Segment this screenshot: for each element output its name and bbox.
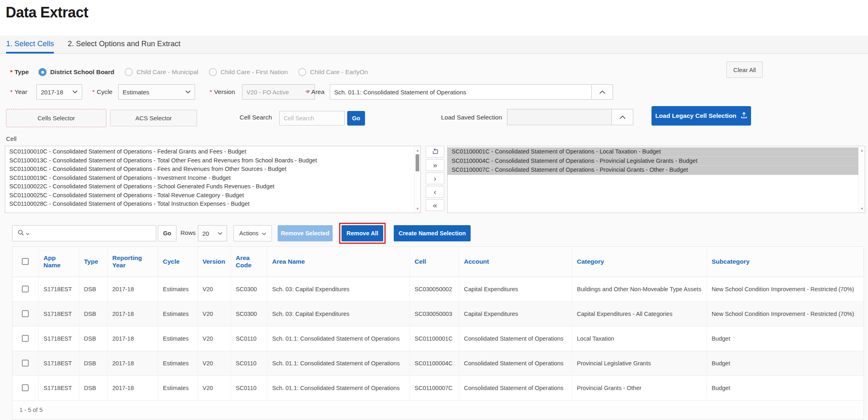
column-header-version[interactable]: Version xyxy=(197,247,231,277)
table-row: S1718EST DSB 2017-18 Estimates V20 SC030… xyxy=(13,277,864,301)
column-header-app-name[interactable]: App Name xyxy=(38,247,79,277)
shuttle-controls: » › ‹ « xyxy=(426,146,444,211)
column-header-account[interactable]: Account xyxy=(459,247,572,277)
radio-icon xyxy=(125,68,133,76)
actions-menu-button[interactable]: Actions xyxy=(233,225,272,241)
report-go-button[interactable]: Go xyxy=(158,225,176,241)
radio-district-school-board[interactable]: District School Board xyxy=(38,68,114,76)
load-saved-selection-label: Load Saved Selection xyxy=(441,114,502,121)
radio-child-care-municipal[interactable]: Child Care - Municipal xyxy=(125,68,198,76)
row-checkbox[interactable] xyxy=(22,286,29,292)
acs-selector-button[interactable]: ACS Selector xyxy=(110,110,197,126)
page-title: Data Extract xyxy=(6,4,88,21)
chevron-down-icon xyxy=(262,230,266,237)
tab-select-options-run-extract[interactable]: 2. Select Options and Run Extract xyxy=(68,36,180,53)
available-cells-listbox[interactable]: SC01100010C - Consolidated Statement of … xyxy=(5,146,421,213)
create-named-selection-button[interactable]: Create Named Selection xyxy=(394,225,471,241)
column-header-cell[interactable]: Cell xyxy=(410,247,459,277)
radio-child-care-first-nation[interactable]: Child Care - First Nation xyxy=(209,68,288,76)
select-all-checkbox[interactable] xyxy=(22,258,29,265)
load-legacy-cell-selection-button[interactable]: Load Legacy Cell Selection xyxy=(652,106,751,126)
remove-all-button[interactable]: Remove All xyxy=(342,225,383,241)
cycle-select[interactable]: Estimates xyxy=(118,84,195,100)
scroll-up-icon[interactable]: ▲ xyxy=(414,147,421,154)
column-header-reporting-year[interactable]: Reporting Year xyxy=(107,247,158,277)
clear-all-button[interactable]: Clear All xyxy=(726,62,763,78)
rows-select[interactable]: 20 xyxy=(198,225,227,241)
list-item[interactable]: SC01100025C - Consolidated Statement of … xyxy=(5,191,414,200)
move-left-icon[interactable]: ‹ xyxy=(426,186,444,198)
version-select[interactable]: V20 - FO Active xyxy=(242,84,315,100)
list-item[interactable]: SC01100022C - Consolidated Statement of … xyxy=(5,182,414,191)
results-table: App Name Type Reporting Year Cycle Versi… xyxy=(12,246,864,420)
pagination: 1 - 5 of 5 xyxy=(13,401,864,419)
row-checkbox[interactable] xyxy=(22,384,29,391)
search-icon xyxy=(18,230,24,237)
column-header-category[interactable]: Category xyxy=(572,247,707,277)
radio-icon xyxy=(298,68,306,76)
area-combobox[interactable]: Sch. 01.1: Consolidated Statement of Ope… xyxy=(330,84,613,100)
year-select[interactable]: 2017-18 xyxy=(36,84,82,100)
column-header-subcategory[interactable]: Subcategory xyxy=(707,247,864,277)
radio-child-care-earlyon[interactable]: Child Care - EarlyOn xyxy=(298,68,368,76)
rows-label: Rows xyxy=(180,229,196,236)
remove-selected-button[interactable]: Remove Selected xyxy=(278,225,333,241)
scroll-down-icon[interactable]: ▼ xyxy=(859,205,865,212)
list-item[interactable]: SC01100028C - Consolidated Statement of … xyxy=(5,200,414,209)
list-item-selected[interactable]: SC01100007C - Consolidated Statement of … xyxy=(448,166,858,175)
chevron-down-icon xyxy=(26,230,30,237)
chevron-up-icon[interactable] xyxy=(591,84,613,100)
list-item[interactable]: SC01100010C - Consolidated Statement of … xyxy=(5,147,414,156)
cells-selector-button[interactable]: Cells Selector xyxy=(6,109,106,127)
cell-search-go-button[interactable]: Go xyxy=(347,111,365,126)
upload-icon xyxy=(741,112,747,120)
type-radio-group: * Type District School Board Child Care … xyxy=(10,65,368,79)
cell-search-input[interactable] xyxy=(279,111,345,126)
area-label: * Area xyxy=(307,88,325,96)
pagination-summary: 1 - 5 of 5 xyxy=(19,407,42,413)
radio-selected-icon xyxy=(38,68,47,76)
table-row: S1718EST DSB 2017-18 Estimates V20 SC011… xyxy=(13,375,864,400)
move-right-icon[interactable]: › xyxy=(426,173,444,184)
table-row: S1718EST DSB 2017-18 Estimates V20 SC011… xyxy=(13,351,864,375)
column-header-area-code[interactable]: Area Code xyxy=(231,247,267,277)
column-header-area-name[interactable]: Area Name xyxy=(267,247,410,277)
move-all-right-icon[interactable]: » xyxy=(426,159,444,171)
row-checkbox[interactable] xyxy=(22,335,29,342)
table-header-row: App Name Type Reporting Year Cycle Versi… xyxy=(13,247,864,277)
load-saved-selection-combobox[interactable] xyxy=(507,109,633,125)
cycle-label: * Cycle xyxy=(92,88,112,96)
chevron-down-icon xyxy=(218,232,223,235)
list-item[interactable]: SC01100016C - Consolidated Statement of … xyxy=(5,165,414,174)
chevron-up-icon[interactable] xyxy=(611,109,633,125)
year-label: * Year xyxy=(10,88,27,96)
type-label: * Type xyxy=(10,68,38,76)
scrollbar[interactable]: ▲ ▼ xyxy=(858,146,865,213)
table-row: S1718EST DSB 2017-18 Estimates V20 SC011… xyxy=(13,326,864,351)
version-label: * Version xyxy=(210,88,235,96)
search-options-button[interactable] xyxy=(12,225,35,241)
chevron-down-icon xyxy=(72,90,78,94)
reset-icon[interactable] xyxy=(426,146,444,158)
list-item-selected[interactable]: SC01100004C - Consolidated Statement of … xyxy=(448,157,858,166)
annotation-highlight-box: Remove All xyxy=(339,223,386,244)
required-marker: * xyxy=(10,68,13,76)
tab-bar: 1. Select Cells 2. Select Options and Ru… xyxy=(0,36,868,54)
scroll-up-icon[interactable]: ▲ xyxy=(859,147,865,154)
tab-select-cells[interactable]: 1. Select Cells xyxy=(6,36,54,53)
list-item[interactable]: SC01100013C - Consolidated Statement of … xyxy=(5,156,414,165)
move-all-left-icon[interactable]: « xyxy=(426,199,444,211)
cell-list-label: Cell xyxy=(6,135,17,142)
column-header-cycle[interactable]: Cycle xyxy=(158,247,197,277)
column-header-type[interactable]: Type xyxy=(79,247,107,277)
table-row: S1718EST DSB 2017-18 Estimates V20 SC030… xyxy=(13,301,864,326)
scroll-down-icon[interactable]: ▼ xyxy=(414,205,421,212)
row-checkbox[interactable] xyxy=(22,310,29,317)
row-checkbox[interactable] xyxy=(22,360,29,367)
selected-cells-listbox[interactable]: SC01100001C - Consolidated Statement of … xyxy=(447,146,865,213)
scrollbar[interactable]: ▲ ▼ xyxy=(414,146,420,213)
list-item[interactable]: SC01100019C - Consolidated Statement of … xyxy=(5,174,414,183)
scrollbar-thumb[interactable] xyxy=(416,154,419,171)
list-item-selected[interactable]: SC01100001C - Consolidated Statement of … xyxy=(448,147,858,157)
report-search-input[interactable] xyxy=(34,225,156,241)
